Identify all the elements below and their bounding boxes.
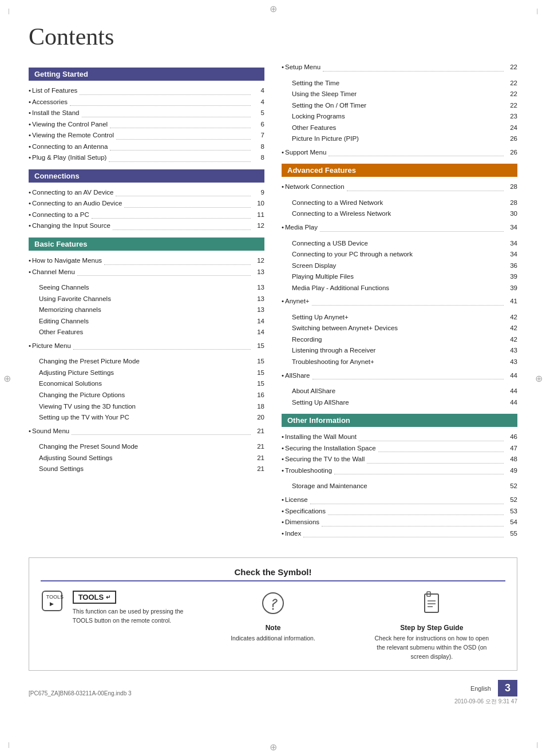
list-item: Economical Solutions15: [39, 378, 264, 390]
other-info-list2: License52 Specifications53 Dimensions54 …: [282, 494, 517, 539]
list-item: Other Features24: [292, 122, 517, 134]
list-item: About AllShare44: [292, 386, 517, 397]
svg-rect-2: [425, 594, 438, 612]
picture-menu-sublist: Changing the Preset Picture Mode15 Adjus…: [39, 356, 264, 423]
sound-menu-list: Sound Menu21: [29, 426, 264, 437]
list-item: Picture Menu15: [29, 341, 264, 352]
guide-icon: [419, 591, 444, 620]
list-item: Media Play34: [282, 222, 517, 233]
anynet-list: Anynet+41: [282, 296, 517, 307]
page-footer: [PC675_ZA]BN68-03211A-00Eng.indb 3 Engli…: [29, 680, 517, 696]
symbol-guide: Step by Step Guide Check here for instru…: [358, 591, 505, 661]
guide-description: Check here for instructions on how to op…: [374, 634, 489, 661]
advanced-network-list: Network Connection28: [282, 181, 517, 193]
toc-two-col: Getting Started List of Features4 Access…: [29, 62, 517, 544]
list-item: Connecting to your PC through a network3…: [292, 249, 517, 260]
list-item: Channel Menu13: [29, 267, 264, 278]
note-icon: [260, 591, 286, 620]
section-header-basic-features: Basic Features: [29, 238, 264, 251]
anynet-sublist: Setting Up Anynet+42 Switching between A…: [292, 312, 517, 368]
list-item: Editing Channels14: [39, 316, 264, 327]
list-item: Setting the Time22: [292, 78, 517, 89]
note-description: Indicates additional information.: [231, 634, 315, 643]
list-item: Setting up the TV with Your PC20: [39, 412, 264, 423]
svg-point-0: [263, 593, 283, 613]
network-sublist: Connecting to a Wired Network28 Connecti…: [292, 197, 517, 220]
section-header-connections: Connections: [29, 169, 264, 183]
channel-menu-sublist: Seeing Channels13 Using Favorite Channel…: [39, 282, 264, 338]
list-item: Locking Programs23: [292, 111, 517, 122]
list-item: Setting the On / Off Timer22: [292, 100, 517, 112]
crop-mark-top: ⊕: [270, 3, 277, 14]
crop-mark-right: ⊕: [535, 373, 543, 383]
crop-mark-left: ⊕: [3, 373, 11, 383]
media-play-sublist: Connecting a USB Device34 Connecting to …: [292, 238, 517, 294]
list-item: Index55: [282, 528, 517, 540]
tools-badge: TOOLS ↵: [73, 591, 117, 604]
allshare-sublist: About AllShare44 Setting Up AllShare44: [292, 386, 517, 408]
list-item: Connecting to a Wired Network28: [292, 197, 517, 209]
list-item: Changing the Preset Picture Mode15: [39, 356, 264, 367]
tools-remote-icon: TOOLS▶: [42, 591, 62, 611]
list-item: AllShare44: [282, 370, 517, 382]
page-number-badge: 3: [498, 680, 517, 696]
list-item: Changing the Picture Options16: [39, 390, 264, 401]
list-item: Using the Sleep Timer22: [292, 89, 517, 100]
other-info-list: Installing the Wall Mount46 Securing the…: [282, 432, 517, 476]
tools-text-block: TOOLS ↵ This function can be used by pre…: [73, 591, 187, 626]
list-item: Picture In Picture (PIP)26: [292, 133, 517, 145]
list-item: Seeing Channels13: [39, 282, 264, 294]
corner-mark-tr: |: [536, 8, 538, 14]
section-header-other-info: Other Information: [282, 414, 517, 427]
corner-mark-bl: |: [8, 742, 10, 748]
list-item: Troubleshooting49: [282, 465, 517, 477]
list-item: Other Features14: [39, 327, 264, 338]
symbol-tools: TOOLS▶ TOOLS ↵ This function can be used…: [41, 591, 188, 626]
page-title: Contents: [29, 23, 517, 50]
list-item: Setting Up Anynet+42: [292, 312, 517, 323]
list-item: Memorizing channels13: [39, 304, 264, 316]
list-item: Screen Display36: [292, 260, 517, 272]
list-item: Adjusting Picture Settings15: [39, 367, 264, 379]
list-item: Listening through a Receiver43: [292, 345, 517, 357]
list-item: Using Favorite Channels13: [39, 294, 264, 305]
list-item: Setting Up AllShare44: [292, 397, 517, 409]
support-menu-list: Support Menu26: [282, 147, 517, 159]
note-label: Note: [266, 624, 281, 632]
list-item: Changing the Input Source12: [29, 220, 264, 232]
section-header-getting-started: Getting Started: [29, 68, 264, 81]
list-item: Connecting to a Wireless Network30: [292, 208, 517, 220]
svg-point-1: [272, 608, 274, 610]
list-item: Connecting a USB Device34: [292, 238, 517, 250]
tools-description: This function can be used by pressing th…: [73, 607, 187, 626]
list-item: Storage and Maintenance52: [292, 481, 517, 492]
sound-menu-sublist: Changing the Preset Sound Mode21 Adjusti…: [39, 441, 264, 475]
symbol-section-title: Check the Symbol!: [41, 567, 505, 581]
symbol-section: Check the Symbol! TOOLS▶ TOOLS ↵: [29, 557, 517, 671]
left-col: Getting Started List of Features4 Access…: [29, 62, 264, 544]
list-item: Changing the Preset Sound Mode21: [39, 441, 264, 453]
page: | | ⊕ Contents Getting Started List of F…: [0, 0, 546, 756]
tools-content: TOOLS▶ TOOLS ↵ This function can be used…: [42, 591, 187, 626]
section-header-advanced-features: Advanced Features: [282, 164, 517, 177]
list-item: Viewing TV using the 3D function18: [39, 401, 264, 413]
list-item: Playing Multiple Files39: [292, 271, 517, 283]
picture-menu-list: Picture Menu15: [29, 341, 264, 352]
setup-menu-list: Setup Menu22: [282, 62, 517, 73]
corner-mark-br: |: [536, 742, 538, 748]
language-label: English: [470, 685, 491, 692]
allshare-list: AllShare44: [282, 370, 517, 382]
list-item: Plug & Play (Initial Setup)8: [29, 152, 264, 164]
list-item: Setup Menu22: [282, 62, 517, 73]
footer-file: [PC675_ZA]BN68-03211A-00Eng.indb 3: [29, 690, 132, 696]
list-item: Troubleshooting for Anynet+43: [292, 357, 517, 368]
list-item: Anynet+41: [282, 296, 517, 307]
tools-remote-wrapper: TOOLS▶: [42, 591, 62, 611]
list-item: Support Menu26: [282, 147, 517, 159]
symbol-note: Note Indicates additional information.: [199, 591, 346, 643]
troubleshooting-sublist: Storage and Maintenance52: [292, 481, 517, 492]
basic-features-list: How to Navigate Menus12 Channel Menu13: [29, 255, 264, 278]
right-col: Setup Menu22 Setting the Time22 Using th…: [282, 62, 517, 544]
corner-mark-tl: |: [8, 8, 10, 14]
list-item: Adjusting Sound Settings21: [39, 453, 264, 464]
